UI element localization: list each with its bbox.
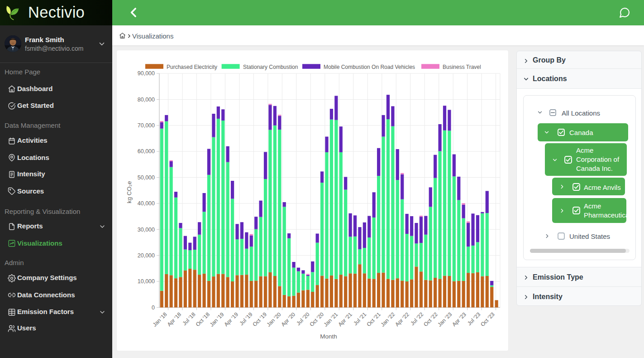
svg-text:80,000: 80,000 xyxy=(138,97,155,103)
svg-text:Oct '21: Oct '21 xyxy=(365,311,382,328)
svg-text:Oct '23: Oct '23 xyxy=(479,311,496,328)
svg-text:Apr '21: Apr '21 xyxy=(337,311,353,328)
svg-text:40,000: 40,000 xyxy=(138,200,155,207)
svg-text:Jan '21: Jan '21 xyxy=(322,311,339,328)
svg-text:Jul '20: Jul '20 xyxy=(295,311,310,326)
svg-text:Stationary Combustion: Stationary Combustion xyxy=(243,64,298,70)
svg-text:10,000: 10,000 xyxy=(138,278,155,285)
svg-text:Month: Month xyxy=(320,333,337,340)
svg-text:Apr '19: Apr '19 xyxy=(223,311,240,328)
svg-text:kg CO₂e: kg CO₂e xyxy=(126,181,133,203)
svg-text:50,000: 50,000 xyxy=(138,174,155,181)
svg-text:Purchased Electricity: Purchased Electricity xyxy=(167,64,217,70)
svg-text:Apr '18: Apr '18 xyxy=(166,311,183,328)
svg-text:Jan '19: Jan '19 xyxy=(209,311,225,328)
svg-text:Oct '19: Oct '19 xyxy=(252,311,268,328)
svg-text:Mobile Combustion On Road Vehi: Mobile Combustion On Road Vehicles xyxy=(324,64,415,70)
svg-text:60,000: 60,000 xyxy=(138,148,155,155)
svg-text:20,000: 20,000 xyxy=(138,252,155,259)
svg-text:Jul '18: Jul '18 xyxy=(181,311,197,326)
svg-text:0: 0 xyxy=(152,305,155,311)
svg-text:Oct '22: Oct '22 xyxy=(422,311,439,328)
svg-text:Jul '22: Jul '22 xyxy=(409,311,425,326)
svg-text:Apr '23: Apr '23 xyxy=(451,311,467,328)
svg-text:Jul '21: Jul '21 xyxy=(352,311,367,326)
svg-text:Oct '18: Oct '18 xyxy=(195,311,211,328)
svg-text:90,000: 90,000 xyxy=(138,70,155,77)
svg-text:Jan '20: Jan '20 xyxy=(266,311,282,328)
svg-text:70,000: 70,000 xyxy=(138,122,155,129)
svg-text:Jul '19: Jul '19 xyxy=(238,311,253,326)
svg-text:Jan '23: Jan '23 xyxy=(436,311,453,328)
svg-text:Oct '20: Oct '20 xyxy=(308,311,325,328)
svg-text:Apr '20: Apr '20 xyxy=(280,311,296,328)
svg-text:Apr '22: Apr '22 xyxy=(394,311,410,328)
svg-text:30,000: 30,000 xyxy=(138,227,155,233)
svg-text:Jan '18: Jan '18 xyxy=(152,311,168,328)
svg-text:Jul '23: Jul '23 xyxy=(466,311,482,326)
svg-text:Business Travel: Business Travel xyxy=(443,64,481,70)
svg-text:Jan '22: Jan '22 xyxy=(379,311,396,328)
